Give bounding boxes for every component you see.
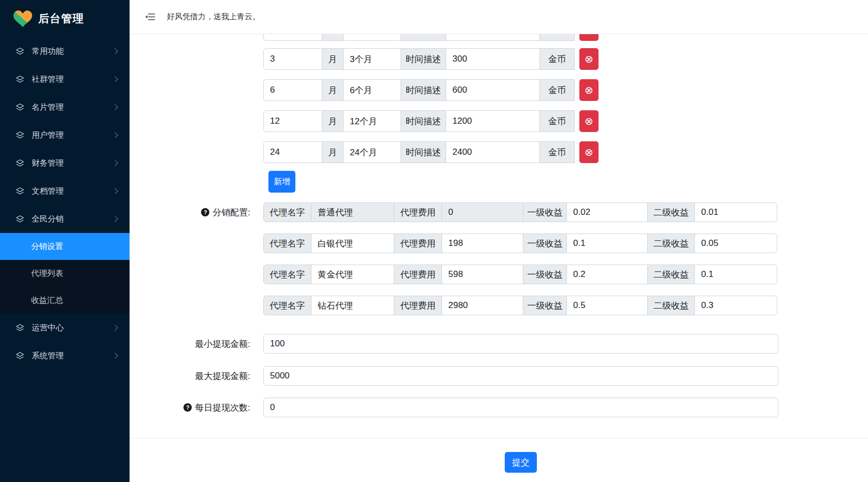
circle-x-icon: ⊗ xyxy=(585,116,593,126)
plan-unit-label: 月 xyxy=(322,79,344,101)
sidebar-menu-item[interactable]: 用户管理 xyxy=(0,121,130,149)
plan-price-input[interactable] xyxy=(446,110,540,132)
sidebar-menu-item[interactable]: 文档管理 xyxy=(0,177,130,205)
agent-name-label: 代理名字 xyxy=(263,296,311,315)
agents-section-label: 分销配置: xyxy=(212,207,250,218)
layers-icon xyxy=(16,159,24,168)
plan-unit-label: 月 xyxy=(322,110,344,132)
chevron-right-icon xyxy=(112,216,118,222)
submit-button[interactable]: 提交 xyxy=(505,452,537,473)
agents-section-label-row: ? 分销配置: xyxy=(130,202,250,222)
plan-months-input[interactable] xyxy=(263,48,322,70)
plan-desc-label: 时间描述 xyxy=(401,79,446,101)
agent-level1-input[interactable] xyxy=(566,202,648,222)
plan-row: 月 时间描述 金币 ⊗ xyxy=(263,48,599,70)
layers-icon xyxy=(16,47,24,56)
agent-name-input[interactable] xyxy=(311,265,394,284)
agent-name-label: 代理名字 xyxy=(263,202,311,222)
menu-fold-icon[interactable] xyxy=(145,12,155,21)
plan-price-unit-label: 金币 xyxy=(539,110,575,132)
layers-icon xyxy=(16,215,24,224)
agent-level2-label: 二级收益 xyxy=(647,265,695,284)
plan-price-input[interactable] xyxy=(446,79,540,101)
sidebar-submenu-label: 收益汇总 xyxy=(31,295,63,306)
agent-fee-label: 代理费用 xyxy=(394,202,442,222)
sidebar-menu-label: 全民分销 xyxy=(32,214,106,225)
agent-level1-input[interactable] xyxy=(566,265,648,284)
chevron-right-icon xyxy=(112,353,118,358)
agent-rows: 代理名字 代理费用 一级收益 二级收益 代理名字 代理费用 一级收益 二级收益 … xyxy=(263,202,777,315)
plan-desc-label: 时间描述 xyxy=(401,48,446,70)
agent-fee-label: 代理费用 xyxy=(394,265,442,284)
min-withdraw-input[interactable] xyxy=(263,334,778,354)
sidebar-menu-item[interactable]: 运营中心 xyxy=(0,314,130,342)
agent-level1-label: 一级收益 xyxy=(523,233,567,253)
plan-months-input[interactable] xyxy=(263,79,322,101)
delete-plan-button[interactable]: ⊗ xyxy=(579,79,599,101)
sidebar-menu-label: 名片管理 xyxy=(32,102,106,113)
plan-desc-input[interactable] xyxy=(343,79,401,101)
layers-icon xyxy=(16,131,24,140)
plan-months-input[interactable] xyxy=(263,110,322,132)
layers-icon xyxy=(16,352,24,360)
delete-plan-button[interactable]: ⊗ xyxy=(579,110,599,132)
plan-desc-input[interactable] xyxy=(343,141,401,163)
agent-name-input[interactable] xyxy=(311,233,394,253)
agent-level1-input[interactable] xyxy=(566,233,648,253)
sidebar-menu-item[interactable]: 社群管理 xyxy=(0,65,130,93)
delete-plan-button[interactable]: ⊗ xyxy=(579,48,599,70)
sidebar-menu-label: 运营中心 xyxy=(32,323,106,333)
agent-row: 代理名字 代理费用 一级收益 二级收益 xyxy=(263,202,777,222)
sidebar-menu-item[interactable]: 名片管理 xyxy=(0,93,130,121)
plan-price-input[interactable] xyxy=(446,141,540,163)
layers-icon xyxy=(16,75,24,84)
plan-price-unit-label: 金币 xyxy=(539,79,575,101)
agent-fee-input[interactable] xyxy=(442,296,523,315)
chevron-right-icon xyxy=(112,48,118,54)
sidebar-menu-top: 常用功能 社群管理 名片管理 用户管理 财务管理 xyxy=(0,37,130,233)
agent-fee-input[interactable] xyxy=(442,233,523,253)
admin-page: 后台管理 常用功能 社群管理 名片管理 用户管理 xyxy=(0,0,868,482)
topbar: 好风凭借力，送我上青云。 xyxy=(130,0,868,34)
help-icon: ? xyxy=(183,403,192,412)
sidebar-menu-item[interactable]: 常用功能 xyxy=(0,37,130,65)
daily-withdraw-input[interactable] xyxy=(263,398,778,417)
add-plan-button[interactable]: 新增 xyxy=(268,171,295,193)
sidebar-submenu-label: 代理列表 xyxy=(31,268,63,279)
sidebar-menu-bottom: 运营中心 系统管理 xyxy=(0,314,130,370)
max-withdraw-input[interactable] xyxy=(263,366,778,386)
plan-months-input[interactable] xyxy=(263,141,322,163)
plan-desc-input[interactable] xyxy=(343,48,401,70)
circle-x-icon: ⊗ xyxy=(585,85,593,95)
agent-fee-label: 代理费用 xyxy=(394,296,442,315)
agent-level2-input[interactable] xyxy=(694,233,777,253)
agent-name-input[interactable] xyxy=(311,296,394,315)
agent-level1-input[interactable] xyxy=(566,296,648,315)
agent-level2-input[interactable] xyxy=(694,265,777,284)
layers-icon xyxy=(16,187,24,196)
agent-level2-input[interactable] xyxy=(694,296,777,315)
delete-plan-button[interactable]: ⊗ xyxy=(579,141,599,163)
agent-fee-input[interactable] xyxy=(442,265,523,284)
agent-level2-label: 二级收益 xyxy=(647,233,695,253)
chevron-right-icon xyxy=(112,188,118,194)
sidebar-menu-item[interactable]: 全民分销 xyxy=(0,205,130,233)
plan-row: 月 时间描述 金币 ⊗ xyxy=(263,79,599,101)
plan-price-input[interactable] xyxy=(446,48,540,70)
sidebar-menu-item[interactable]: 财务管理 xyxy=(0,149,130,177)
agent-level2-input[interactable] xyxy=(694,202,777,222)
agent-name-input[interactable] xyxy=(311,202,394,222)
topbar-quote: 好风凭借力，送我上青云。 xyxy=(167,12,260,22)
agent-level2-label: 二级收益 xyxy=(647,296,695,315)
agent-fee-input[interactable] xyxy=(442,202,523,222)
sidebar-menu-label: 财务管理 xyxy=(32,158,106,169)
footer-bar: 提交 xyxy=(130,438,868,482)
sidebar-submenu-item[interactable]: 收益汇总 xyxy=(0,287,130,314)
sidebar-menu-item[interactable]: 系统管理 xyxy=(0,342,130,370)
plan-desc-input[interactable] xyxy=(343,110,401,132)
sidebar-submenu-item[interactable]: 分销设置 xyxy=(0,233,130,260)
chevron-right-icon xyxy=(112,104,118,110)
plan-price-unit-label: 金币 xyxy=(539,48,575,70)
sidebar-submenu-item[interactable]: 代理列表 xyxy=(0,260,130,287)
agent-row: 代理名字 代理费用 一级收益 二级收益 xyxy=(263,296,777,315)
